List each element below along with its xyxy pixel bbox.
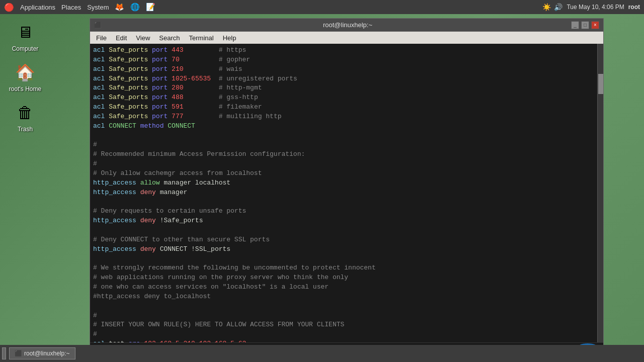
terminal-taskbar-btn[interactable]: ⬛ root@linuxhelp:~ bbox=[9, 347, 75, 359]
show-desktop-icon[interactable] bbox=[2, 347, 6, 359]
terminal-menubar: File Edit View Search Terminal Help bbox=[90, 32, 603, 44]
desktop: 🔴 Applications Places System 🦊 🌐 📝 ☀️ 🔊 … bbox=[0, 0, 644, 362]
line-17 bbox=[93, 198, 594, 207]
menu-view[interactable]: View bbox=[132, 33, 154, 43]
browser-icon[interactable]: 🌐 bbox=[130, 3, 140, 12]
user-display: root bbox=[628, 4, 640, 11]
desktop-icons-container: 🖥 Computer 🏠 root's Home 🗑 Trash bbox=[5, 18, 45, 135]
minimize-button[interactable]: _ bbox=[571, 21, 579, 29]
line-16: http_access deny manager bbox=[93, 188, 594, 198]
line-9: acl CONNECT method CONNECT bbox=[93, 122, 594, 131]
line-23 bbox=[93, 254, 594, 264]
line-14: # Only allow cachemgr access from localh… bbox=[93, 169, 594, 178]
trash-icon: 🗑 bbox=[13, 101, 37, 125]
home-icon: 🏠 bbox=[13, 60, 37, 84]
brightness-icon: ☀️ bbox=[542, 3, 551, 11]
line-8: acl Safe_ports port 777 # multiling http bbox=[93, 112, 594, 122]
line-5: acl Safe_ports port 280 # http-mgmt bbox=[93, 83, 594, 93]
window-controls: _ □ × bbox=[571, 21, 599, 29]
home-label: root's Home bbox=[9, 85, 41, 93]
desktop-icon-home[interactable]: 🏠 root's Home bbox=[5, 58, 45, 95]
taskbar-top-right: ☀️ 🔊 Tue May 10, 4:06 PM root bbox=[542, 3, 640, 11]
system-menu[interactable]: System bbox=[87, 4, 109, 11]
line-4: acl Safe_ports port 1025-65535 # unregis… bbox=[93, 74, 594, 84]
menu-search[interactable]: Search bbox=[155, 33, 184, 43]
line-15: http_access allow manager localhost bbox=[93, 178, 594, 188]
line-27: #http_access deny to_localhost bbox=[93, 292, 594, 302]
line-7: acl Safe_ports port 591 # filemaker bbox=[93, 103, 594, 112]
menu-file[interactable]: File bbox=[92, 33, 111, 43]
terminal-title: root@linuxhelp:~ bbox=[124, 21, 571, 29]
terminal-window: ⬛ root@linuxhelp:~ _ □ × File Edit View … bbox=[90, 18, 604, 355]
line-13: # bbox=[93, 159, 594, 169]
taskbar-bottom: ⬛ root@linuxhelp:~ bbox=[0, 345, 644, 362]
line-26: # one who can access services on "localh… bbox=[93, 283, 594, 292]
maximize-button[interactable]: □ bbox=[581, 21, 589, 29]
line-19: http_access deny !Safe_ports bbox=[93, 216, 594, 226]
line-29: # bbox=[93, 311, 594, 321]
line-31: # bbox=[93, 330, 594, 339]
line-3: acl Safe_ports port 210 # wais bbox=[93, 65, 594, 74]
line-28 bbox=[93, 302, 594, 311]
terminal-btn-label: root@linuxhelp:~ bbox=[24, 350, 70, 357]
scrollbar-thumb[interactable] bbox=[598, 74, 603, 94]
desktop-icon-trash[interactable]: 🗑 Trash bbox=[5, 99, 45, 135]
menu-terminal[interactable]: Terminal bbox=[185, 33, 218, 43]
computer-icon: 🖥 bbox=[13, 20, 37, 44]
line-6: acl Safe_ports port 488 # gss-http bbox=[93, 93, 594, 103]
line-10 bbox=[93, 131, 594, 141]
line-1: acl Safe_ports port 443 # https bbox=[93, 46, 594, 55]
line-11: # bbox=[93, 140, 594, 150]
line-22: http_access deny CONNECT !SSL_ports bbox=[93, 245, 594, 254]
applications-menu[interactable]: Applications bbox=[20, 4, 55, 11]
terminal-content: acl Safe_ports port 443 # https acl Safe… bbox=[90, 44, 603, 342]
line-24: # We strongly recommend the following be… bbox=[93, 263, 594, 273]
taskbar-top: 🔴 Applications Places System 🦊 🌐 📝 ☀️ 🔊 … bbox=[0, 0, 644, 14]
line-2: acl Safe_ports port 70 # gopher bbox=[93, 55, 594, 65]
terminal-icon: ⬛ bbox=[94, 22, 102, 29]
system-applets: ☀️ 🔊 bbox=[542, 3, 562, 11]
line-30: # INSERT YOUR OWN RULE(S) HERE TO ALLOW … bbox=[93, 320, 594, 330]
places-menu[interactable]: Places bbox=[61, 4, 81, 11]
taskbar-top-left: 🔴 Applications Places System 🦊 🌐 📝 bbox=[4, 3, 155, 12]
desktop-icon-computer[interactable]: 🖥 Computer bbox=[5, 18, 45, 54]
trash-label: Trash bbox=[18, 126, 33, 133]
line-25: # web applications running on the proxy … bbox=[93, 273, 594, 283]
close-button[interactable]: × bbox=[591, 21, 599, 29]
menu-help[interactable]: Help bbox=[219, 33, 240, 43]
applets-icon: 🔴 bbox=[4, 3, 14, 12]
line-12: # Recommended minimum Access Permission … bbox=[93, 150, 594, 159]
line-21: # Deny CONNECT to other than secure SSL … bbox=[93, 235, 594, 245]
terminal-titlebar: ⬛ root@linuxhelp:~ _ □ × bbox=[90, 19, 603, 32]
line-18: # Deny requests to certain unsafe ports bbox=[93, 207, 594, 216]
win-left-spacer: ⬛ bbox=[94, 22, 124, 29]
line-20 bbox=[93, 226, 594, 235]
firefox-icon[interactable]: 🦊 bbox=[115, 3, 124, 12]
datetime-display: Tue May 10, 4:06 PM bbox=[567, 4, 624, 11]
menu-edit[interactable]: Edit bbox=[112, 33, 131, 43]
volume-icon: 🔊 bbox=[554, 3, 562, 11]
line-32: acl test src 192.168.5.219 192.168.5.63 bbox=[93, 339, 594, 342]
text-editor-icon[interactable]: 📝 bbox=[146, 3, 155, 12]
terminal-text[interactable]: acl Safe_ports port 443 # https acl Safe… bbox=[90, 44, 597, 342]
terminal-btn-icon: ⬛ bbox=[15, 350, 22, 357]
scrollbar[interactable] bbox=[597, 44, 603, 342]
computer-label: Computer bbox=[12, 45, 39, 52]
